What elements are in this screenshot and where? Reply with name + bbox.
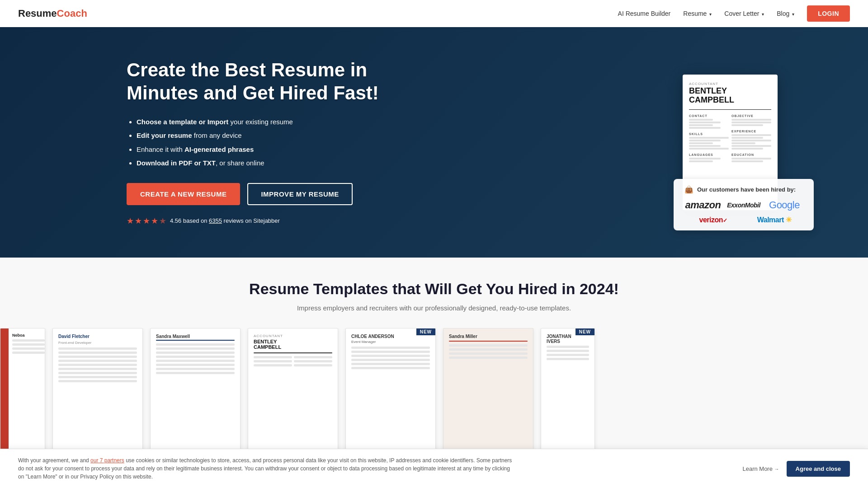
templates-title: Resume Templates that Will Get You Hired… [0,280,868,298]
learn-more-button[interactable]: Learn More → [742,465,779,472]
template-card-neboa[interactable]: Neboa [0,328,45,455]
bullet-1: Choose a template or Import your existin… [137,117,389,127]
resume-preview-name: BENTLEY CAMPBELL [689,87,771,105]
hero-buttons: CREATE A NEW RESUME IMPROVE MY RESUME [127,183,389,205]
resume-col-left: CONTACT SKILLS LANGUAGES [689,114,729,166]
template-card-chloe[interactable]: NEW CHLOE ANDERSON Event Manager [345,328,436,455]
bag-icon: 👜 [684,185,693,194]
hero-content: Create the Best Resume in Minutes and Ge… [0,59,389,226]
agree-close-button[interactable]: Agree and close [787,461,850,473]
cover-letter-dropdown-arrow: ▾ [762,12,764,17]
verizon-logo: verizon✓ [699,216,727,224]
cookie-text: With your agreement, we and our 7 partne… [18,456,515,473]
improve-resume-button[interactable]: IMPROVE MY RESUME [247,183,352,205]
templates-section: Resume Templates that Will Get You Hired… [0,258,868,473]
hero-title: Create the Best Resume in Minutes and Ge… [127,59,389,104]
star-2: ★ [135,216,142,226]
nav-links: AI Resume Builder Resume ▾ Cover Letter … [618,5,850,22]
star-4: ★ [151,216,158,226]
bullet-4: Download in PDF or TXT, or share online [137,158,389,169]
star-3: ★ [143,216,150,226]
rating-text: 4.56 based on 6355 reviews on Sitejabber [170,217,280,224]
nav-cover-letter[interactable]: Cover Letter ▾ [724,10,764,17]
nav-resume[interactable]: Resume ▾ [683,10,712,17]
nav-blog[interactable]: Blog ▾ [777,10,794,17]
templates-carousel: Neboa David Fletcher Front-end Developer [0,328,868,459]
template-card-sandra-maxwell[interactable]: Sandra Maxwell [150,328,241,455]
hero-bullets: Choose a template or Import your existin… [127,117,389,169]
logo[interactable]: ResumeCoach [18,8,87,19]
template-name: BENTLEYCAMPBELL [254,339,332,350]
new-badge-2: NEW [576,328,594,335]
accent-bar [0,328,9,454]
cookie-banner: With your agreement, we and our 7 partne… [0,449,868,473]
template-name: Sandra Miller [449,334,528,339]
template-card-sandra-miller[interactable]: Sandra Miller [443,328,533,455]
amazon-logo: amazon [685,199,721,211]
google-logo: Google [769,199,800,211]
company-logos-row2: verizon✓ Walmart ✳ [684,216,803,224]
new-badge: NEW [416,328,435,335]
template-name: JONATHANIVERS [547,334,589,344]
customers-box: 👜 Our customers have been hired by: amaz… [674,179,814,230]
star-rating: ★ ★ ★ ★ ★ [127,216,166,226]
cookie-partners-link[interactable]: our 7 partners [90,457,124,464]
templates-subtitle: Impress employers and recruiters with ou… [0,304,868,312]
login-button[interactable]: LOGIN [807,5,850,22]
bullet-3: Enhance it with AI-generated phrases [137,145,389,155]
logo-coach: Coach [57,8,87,19]
walmart-logo: Walmart ✳ [757,216,791,224]
logo-resume: Resume [18,8,57,19]
template-name: Neboa [12,333,45,338]
rating-count-link[interactable]: 6355 [209,217,222,224]
bullet-2: Edit your resume from any device [137,131,389,141]
template-name: Sandra Maxwell [156,334,235,339]
hero-section: Create the Best Resume in Minutes and Ge… [0,27,868,258]
star-5-half: ★ [159,216,166,226]
hero-rating: ★ ★ ★ ★ ★ 4.56 based on 6355 reviews on … [127,216,389,226]
customers-header: 👜 Our customers have been hired by: [684,185,803,194]
navbar: ResumeCoach AI Resume Builder Resume ▾ C… [0,0,868,27]
template-card-bentley[interactable]: Accountant BENTLEYCAMPBELL [248,328,338,455]
blog-dropdown-arrow: ▾ [792,12,794,17]
exxonmobil-logo: ExxonMobil [727,202,760,209]
company-logos-row1: amazon ExxonMobil Google [684,199,803,211]
template-card-david[interactable]: David Fletcher Front-end Developer [52,328,143,455]
create-resume-button[interactable]: CREATE A NEW RESUME [127,183,240,205]
learn-more-arrow-icon: → [774,466,779,472]
resume-preview-label: ACCOUNTANT [689,82,771,86]
resume-dropdown-arrow: ▾ [709,12,712,17]
cookie-actions: Learn More → Agree and close [742,461,850,473]
resume-divider [689,109,771,110]
template-name: David Fletcher [58,334,137,339]
template-card-jonathan[interactable]: NEW JONATHANIVERS [541,328,595,455]
resume-two-col: CONTACT SKILLS LANGUAGES [689,114,771,166]
nav-ai-builder[interactable]: AI Resume Builder [618,10,671,17]
resume-col-right: OBJECTIVE EXPERIENCE EDUCATION [731,114,771,166]
star-1: ★ [127,216,134,226]
